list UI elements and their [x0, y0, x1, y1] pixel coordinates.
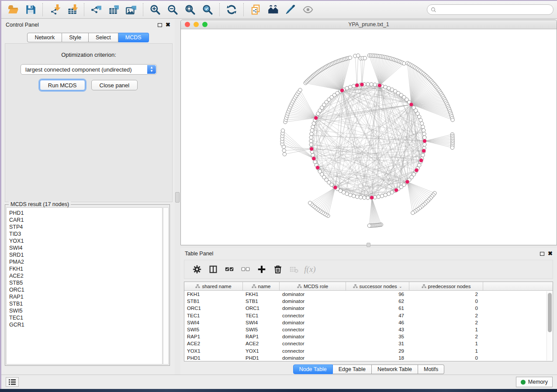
tab-network-table[interactable]: Network Table — [372, 364, 418, 374]
export-image-button[interactable] — [122, 2, 140, 17]
column-header-name[interactable]: name — [243, 282, 280, 290]
vertical-splitter[interactable] — [175, 19, 180, 375]
zoom-selected-button[interactable] — [199, 2, 216, 17]
mcds-result-item[interactable]: FKH1 — [9, 265, 162, 272]
tab-network[interactable]: Network — [27, 33, 62, 42]
network-leaf-node[interactable] — [283, 152, 286, 156]
network-leaf-node[interactable] — [402, 62, 406, 65]
attribute-settings-button[interactable] — [189, 262, 205, 276]
network-leaf-node[interactable] — [411, 211, 415, 214]
mcds-hub-node[interactable] — [355, 83, 359, 87]
network-window-titlebar[interactable]: YPA_prune.txt_1 — [181, 20, 557, 29]
table-row[interactable]: YOX1YOX1connector291 — [184, 347, 553, 354]
network-node[interactable] — [421, 125, 425, 128]
mcds-result-item[interactable]: RAP1 — [9, 293, 162, 300]
mcds-result-item[interactable]: TEC1 — [9, 314, 162, 321]
network-node[interactable] — [359, 196, 363, 199]
network-node[interactable] — [421, 153, 425, 157]
mcds-hub-node[interactable] — [419, 158, 423, 162]
mcds-hub-node[interactable] — [394, 188, 398, 192]
create-column-button[interactable] — [253, 262, 270, 276]
mcds-result-item[interactable]: GCR1 — [9, 321, 162, 328]
mcds-result-item[interactable]: SWI4 — [9, 244, 162, 251]
mcds-result-item[interactable]: ACE2 — [9, 272, 162, 279]
float-panel-icon[interactable] — [158, 23, 162, 27]
network-leaf-node[interactable] — [282, 149, 286, 152]
network-node[interactable] — [387, 192, 391, 196]
mcds-result-item[interactable]: PMA2 — [9, 258, 162, 265]
mcds-hub-node[interactable] — [333, 186, 337, 189]
network-node[interactable] — [309, 136, 313, 139]
network-node[interactable] — [355, 195, 359, 198]
mcds-hub-node[interactable] — [409, 103, 413, 107]
run-mcds-button[interactable]: Run MCDS — [40, 80, 85, 90]
network-leaf-node[interactable] — [308, 201, 311, 205]
mcds-result-item[interactable]: STB5 — [9, 279, 162, 286]
table-row[interactable]: ORC1ORC1dominator610 — [184, 305, 553, 312]
mcds-hub-node[interactable] — [415, 168, 419, 172]
table-row[interactable]: ACE2ACE2connector311 — [184, 340, 553, 347]
table-scrollbar-thumb[interactable] — [548, 293, 552, 332]
float-table-panel-icon[interactable] — [540, 252, 544, 256]
mcds-result-item[interactable]: TID3 — [9, 230, 162, 237]
network-node[interactable] — [311, 125, 315, 128]
tab-style[interactable]: Style — [62, 33, 89, 42]
save-session-button[interactable] — [22, 2, 39, 17]
mcds-hub-node[interactable] — [316, 165, 320, 169]
column-header-shared-name[interactable]: shared name — [184, 282, 243, 290]
export-network-button[interactable] — [87, 2, 105, 17]
close-panel-icon[interactable]: ✖ — [166, 23, 170, 27]
table-row[interactable]: SWI5SWI5connector431 — [184, 326, 553, 333]
network-node[interactable] — [349, 193, 352, 196]
mcds-result-item[interactable]: SWI5 — [9, 307, 162, 314]
search-input[interactable] — [427, 4, 554, 15]
network-node[interactable] — [312, 122, 315, 125]
mcds-result-item[interactable]: STP4 — [9, 224, 162, 230]
tab-motifs[interactable]: Motifs — [418, 364, 444, 374]
network-node[interactable] — [352, 194, 355, 198]
network-node[interactable] — [384, 85, 387, 89]
network-node[interactable] — [366, 196, 370, 199]
delete-column-button[interactable] — [270, 262, 286, 276]
column-header-MCDS-role[interactable]: MCDS role — [280, 282, 346, 290]
tab-mcds[interactable]: MCDS — [118, 33, 149, 42]
mcds-result-item[interactable]: PHD1 — [9, 210, 162, 217]
clone-network-button[interactable] — [247, 2, 264, 17]
network-node[interactable] — [309, 139, 313, 143]
vertical-splitter-handle[interactable] — [175, 192, 180, 203]
table-row[interactable]: PHD1PHD1dominator180 — [184, 354, 553, 361]
network-node[interactable] — [363, 196, 366, 199]
mcds-hub-node[interactable] — [340, 89, 344, 93]
table-row[interactable]: TEC1TEC1connector472 — [184, 312, 553, 319]
mcds-hub-node[interactable] — [370, 196, 374, 199]
column-visibility-button[interactable] — [205, 262, 221, 276]
table-row[interactable]: RAP1RAP1dominator352 — [184, 333, 553, 340]
tab-edge-table[interactable]: Edge Table — [333, 364, 372, 374]
table-row[interactable]: STB1STB1dominator620 — [184, 298, 553, 305]
show-panels-button[interactable] — [6, 377, 19, 387]
network-node[interactable] — [370, 83, 373, 86]
column-header-successor-nodes[interactable]: successor nodes⌄ — [346, 282, 409, 290]
network-node[interactable] — [423, 136, 426, 139]
network-node[interactable] — [380, 194, 384, 198]
network-leaf-node[interactable] — [298, 88, 302, 92]
mcds-hub-node[interactable] — [377, 83, 381, 87]
network-node[interactable] — [309, 143, 313, 146]
network-node[interactable] — [377, 195, 380, 198]
network-leaf-node[interactable] — [450, 146, 454, 149]
column-header-predecessor-nodes[interactable]: predecessor nodes — [409, 282, 483, 290]
zoom-out-button[interactable] — [164, 2, 181, 17]
network-leaf-node[interactable] — [367, 224, 371, 227]
network-leaf-node[interactable] — [451, 118, 454, 121]
close-table-panel-icon[interactable]: ✖ — [548, 251, 553, 256]
network-leaf-node[interactable] — [281, 129, 284, 132]
optimization-criterion-select[interactable]: largest connected component (undirected)… — [21, 64, 157, 75]
table-scrollbar[interactable] — [547, 291, 552, 361]
show-hide-button[interactable] — [299, 2, 317, 17]
tab-node-table[interactable]: Node Table — [293, 364, 333, 374]
network-node[interactable] — [384, 193, 387, 196]
mcds-hub-node[interactable] — [312, 157, 316, 161]
zoom-fit-button[interactable] — [181, 2, 199, 17]
mcds-list-scrollbar[interactable] — [163, 207, 169, 364]
mcds-result-item[interactable]: CAR1 — [9, 217, 162, 224]
